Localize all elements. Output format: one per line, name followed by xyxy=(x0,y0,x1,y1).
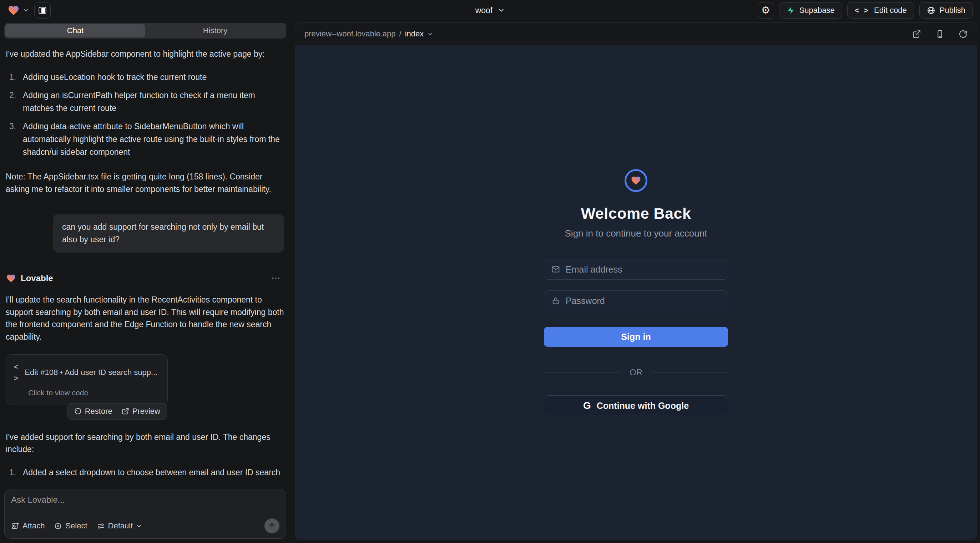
supabase-label: Supabase xyxy=(799,6,835,15)
edit-card-actions: Restore Preview xyxy=(67,403,167,419)
gear-icon: ⚙ xyxy=(761,5,770,15)
password-field[interactable] xyxy=(566,296,721,306)
preview-url-selector[interactable]: preview--woof.lovable.app / index xyxy=(304,29,433,38)
signin-title: Welcome Back xyxy=(581,205,691,222)
list-item: Adding data-active attribute to SidebarM… xyxy=(6,120,285,159)
chat-panel: Chat History I've updated the AppSidebar… xyxy=(0,21,291,543)
or-divider: OR xyxy=(544,367,728,378)
assistant-message-list: Adding useLocation hook to track the cur… xyxy=(6,71,285,165)
sign-in-button[interactable]: Sign in xyxy=(544,327,728,347)
assistant-message-note: Note: The AppSidebar.tsx file is getting… xyxy=(6,170,285,195)
settings-button[interactable]: ⚙ xyxy=(758,2,774,19)
assistant-message-intro: I've updated the AppSidebar component to… xyxy=(6,48,285,60)
mobile-view-button[interactable] xyxy=(935,30,944,38)
restore-button[interactable]: Restore xyxy=(74,407,112,416)
attach-button[interactable]: Attach xyxy=(11,521,45,530)
mode-label: Default xyxy=(108,521,133,530)
project-name: woof xyxy=(476,6,493,15)
edit-card[interactable]: < > Edit #108 • Add user ID search supp.… xyxy=(6,354,168,405)
globe-icon xyxy=(927,6,935,14)
or-label: OR xyxy=(630,367,643,378)
list-item: Added a select dropdown to choose betwee… xyxy=(6,466,285,479)
edit-code-label: Edit code xyxy=(874,6,907,15)
arrow-up-icon xyxy=(268,522,276,530)
mail-icon xyxy=(551,265,560,274)
user-message-text: can you add support for searching not on… xyxy=(62,222,264,244)
list-item: Adding useLocation hook to track the cur… xyxy=(6,71,285,84)
google-icon: G xyxy=(583,400,591,411)
supabase-button[interactable]: Supabase xyxy=(779,2,842,19)
tab-chat[interactable]: Chat xyxy=(5,24,145,38)
preview-viewport: Welcome Back Sign in to continue to your… xyxy=(295,45,977,540)
external-link-icon xyxy=(122,407,129,415)
composer: Attach Select Default xyxy=(4,489,286,539)
preview-page: index xyxy=(405,29,424,38)
refresh-button[interactable] xyxy=(959,30,967,38)
list-item: Adding an isCurrentPath helper function … xyxy=(6,89,285,114)
select-button[interactable]: Select xyxy=(54,521,87,530)
mode-select-button[interactable]: Default xyxy=(97,521,142,530)
sliders-icon xyxy=(97,522,105,530)
select-label: Select xyxy=(65,521,87,530)
chevron-down-icon xyxy=(23,7,29,14)
tab-history[interactable]: History xyxy=(145,24,285,38)
preview-host: preview--woof.lovable.app xyxy=(304,29,396,38)
lovable-heart-icon xyxy=(6,273,16,283)
email-field-wrap xyxy=(544,259,728,280)
chevron-down-icon xyxy=(498,7,504,14)
preview-panel: preview--woof.lovable.app / index We xyxy=(295,22,977,540)
email-field[interactable] xyxy=(566,264,721,275)
attach-image-icon xyxy=(11,522,19,530)
refresh-icon xyxy=(959,30,967,38)
preview-button[interactable]: Preview xyxy=(122,407,160,416)
chevron-down-icon xyxy=(136,523,142,529)
open-in-new-tab-button[interactable] xyxy=(912,30,921,38)
edit-card-subtitle: Click to view code xyxy=(14,387,159,399)
lock-icon xyxy=(551,297,560,305)
publish-label: Publish xyxy=(940,6,966,15)
lovable-logo-menu[interactable] xyxy=(7,4,29,16)
restore-label: Restore xyxy=(85,407,112,416)
publish-button[interactable]: Publish xyxy=(920,2,973,19)
edit-card-wrap: < > Edit #108 • Add user ID search supp.… xyxy=(6,354,168,405)
project-switcher[interactable]: woof xyxy=(476,0,505,21)
password-field-wrap xyxy=(544,291,728,311)
more-menu-icon[interactable]: ⋯ xyxy=(271,271,280,285)
code-brackets-icon: < > xyxy=(855,6,870,14)
restore-icon xyxy=(74,407,82,415)
attach-label: Attach xyxy=(22,521,45,530)
assistant-message-intro: I'll update the search functionality in … xyxy=(6,294,285,343)
lovable-heart-icon xyxy=(7,4,20,16)
assistant-header: Lovable ⋯ xyxy=(6,271,285,285)
chat-input[interactable] xyxy=(11,495,280,511)
app-logo xyxy=(625,169,648,192)
assistant-message-list: Added a select dropdown to choose betwee… xyxy=(6,466,285,482)
chat-history-tabs: Chat History xyxy=(4,23,286,38)
supabase-icon xyxy=(787,6,795,14)
select-target-icon xyxy=(54,522,62,530)
google-sign-in-button[interactable]: G Continue with Google xyxy=(544,395,728,416)
sidebar-panel-icon xyxy=(38,6,47,15)
mobile-device-icon xyxy=(935,30,944,38)
toggle-sidebar-button[interactable] xyxy=(34,2,51,19)
assistant-message-summary: I've added support for searching by both… xyxy=(6,431,285,456)
code-brackets-icon: < > xyxy=(14,361,20,384)
edit-card-title: Edit #108 • Add user ID search supp... xyxy=(25,367,158,378)
heart-icon xyxy=(630,175,642,186)
assistant-name: Lovable xyxy=(21,272,53,285)
preview-header: preview--woof.lovable.app / index xyxy=(295,22,977,45)
google-label: Continue with Google xyxy=(597,401,689,411)
preview-label: Preview xyxy=(132,407,160,416)
signin-subtitle: Sign in to continue to your account xyxy=(565,228,707,239)
external-link-icon xyxy=(912,30,921,38)
chevron-down-icon xyxy=(427,31,433,37)
send-button[interactable] xyxy=(264,518,280,533)
topbar: woof ⚙ Supabase < > Edit code Publish xyxy=(0,0,980,21)
edit-code-button[interactable]: < > Edit code xyxy=(847,2,914,19)
path-separator: / xyxy=(399,29,401,38)
chat-messages: I've updated the AppSidebar component to… xyxy=(4,38,286,482)
signin-card: Welcome Back Sign in to continue to your… xyxy=(544,169,728,416)
user-message-bubble: can you add support for searching not on… xyxy=(53,214,284,252)
